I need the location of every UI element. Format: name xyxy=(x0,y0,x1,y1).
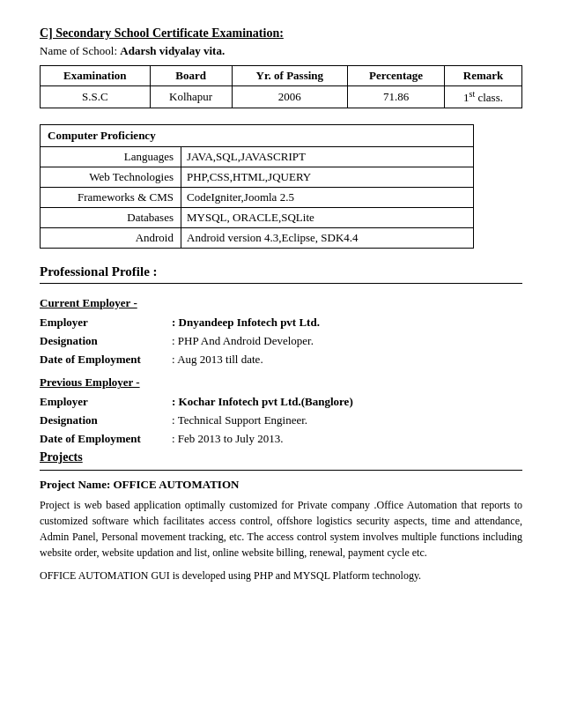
project-description-2: OFFICE AUTOMATION GUI is developed using… xyxy=(40,568,522,583)
col-percentage: Percentage xyxy=(348,66,445,86)
prev-employer-value: : Kochar Infotech pvt Ltd.(Banglore) xyxy=(172,395,353,409)
project-name-value: OFFICE AUTOMATION xyxy=(114,478,240,491)
prev-designation-row: Designation : Technical Support Engineer… xyxy=(40,413,522,427)
comp-row-web: Web Technologies PHP,CSS,HTML,JQUERY xyxy=(41,167,474,188)
prof-divider xyxy=(40,283,522,284)
education-table: Examination Board Yr. of Passing Percent… xyxy=(40,65,522,108)
prev-designation-value: : Technical Support Engineer. xyxy=(172,413,307,427)
previous-employer-heading: Previous Employer - xyxy=(40,375,522,390)
current-designation-value: : PHP And Android Developer. xyxy=(172,334,314,348)
current-employer-value: : Dnyandeep Infotech pvt Ltd. xyxy=(172,316,320,330)
comp-row-languages: Languages JAVA,SQL,JAVASCRIPT xyxy=(41,147,474,167)
current-date-label: Date of Employment xyxy=(40,353,172,367)
comp-label-frameworks: Frameworks & CMS xyxy=(41,188,181,208)
projects-divider xyxy=(40,470,522,471)
comp-value-databases: MYSQL, ORACLE,SQLite xyxy=(181,208,474,228)
comp-value-languages: JAVA,SQL,JAVASCRIPT xyxy=(181,147,474,167)
current-employer-heading: Current Employer - xyxy=(40,296,522,310)
secondary-heading: C] Secondary School Certificate Examinat… xyxy=(40,26,522,41)
project-name-label: Project Name: xyxy=(40,478,110,491)
comp-row-frameworks: Frameworks & CMS CodeIgniter,Joomla 2.5 xyxy=(41,188,474,208)
col-board: Board xyxy=(150,66,232,86)
current-date-value: : Aug 2013 till date. xyxy=(172,353,263,367)
current-employer-label: Employer xyxy=(40,316,172,330)
comp-value-web: PHP,CSS,HTML,JQUERY xyxy=(181,167,474,188)
school-line: Name of School: Adarsh vidyalay vita. xyxy=(40,44,522,58)
comp-label-languages: Languages xyxy=(41,147,181,167)
comp-value-android: Android version 4.3,Eclipse, SDK4.4 xyxy=(181,228,474,249)
projects-heading: Projects xyxy=(40,450,522,464)
prev-employer-label: Employer xyxy=(40,395,172,409)
school-name: Adarsh vidyalay vita. xyxy=(120,44,225,57)
cell-year: 2006 xyxy=(232,86,348,108)
comp-label-web: Web Technologies xyxy=(41,167,181,188)
project-description-1: Project is web based application optimal… xyxy=(40,497,522,561)
school-label: Name of School: xyxy=(40,44,117,57)
comp-value-frameworks: CodeIgniter,Joomla 2.5 xyxy=(181,188,474,208)
project-name-line: Project Name: OFFICE AUTOMATION xyxy=(40,478,522,492)
current-designation-row: Designation : PHP And Android Developer. xyxy=(40,334,522,348)
table-row: S.S.C Kolhapur 2006 71.86 1st class. xyxy=(41,86,522,108)
cell-board: Kolhapur xyxy=(150,86,232,108)
comp-label-databases: Databases xyxy=(41,208,181,228)
col-year: Yr. of Passing xyxy=(232,66,348,86)
col-examination: Examination xyxy=(41,66,151,86)
prev-designation-label: Designation xyxy=(40,413,172,427)
prev-employer-row: Employer : Kochar Infotech pvt Ltd.(Bang… xyxy=(40,395,522,409)
current-date-row: Date of Employment : Aug 2013 till date. xyxy=(40,353,522,367)
cell-percentage: 71.86 xyxy=(348,86,445,108)
cell-exam: S.S.C xyxy=(41,86,151,108)
comp-label-android: Android xyxy=(41,228,181,249)
computer-heading: Computer Proficiency xyxy=(41,125,474,147)
current-designation-label: Designation xyxy=(40,334,172,348)
prev-date-value: : Feb 2013 to July 2013. xyxy=(172,432,283,446)
current-employer-row: Employer : Dnyandeep Infotech pvt Ltd. xyxy=(40,316,522,330)
comp-row-databases: Databases MYSQL, ORACLE,SQLite xyxy=(41,208,474,228)
prev-date-row: Date of Employment : Feb 2013 to July 20… xyxy=(40,432,522,446)
col-remark: Remark xyxy=(445,66,522,86)
cell-remark: 1st class. xyxy=(445,86,522,108)
professional-heading: Professional Profile : xyxy=(40,264,522,279)
comp-row-android: Android Android version 4.3,Eclipse, SDK… xyxy=(41,228,474,249)
prev-date-label: Date of Employment xyxy=(40,432,172,446)
computer-proficiency-table: Computer Proficiency Languages JAVA,SQL,… xyxy=(40,124,474,249)
